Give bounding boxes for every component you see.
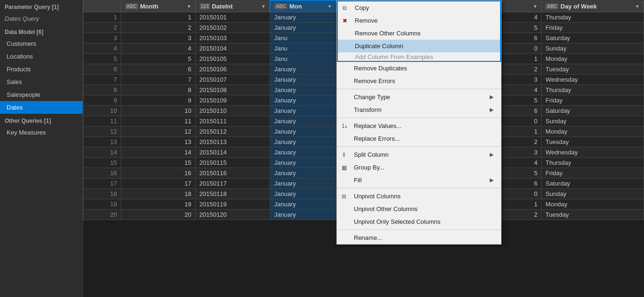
cell-col1: 14 [121, 147, 196, 158]
cell-rownum: 14 [84, 147, 121, 158]
context-menu-item-remove[interactable]: ✖Remove [338, 14, 500, 27]
sidebar-item-dates[interactable]: Dates [0, 101, 83, 114]
main-area: ABCMonth▼123DateInt▼ABCMon▼ABCQuarter & … [83, 0, 644, 297]
context-menu-separator [337, 118, 501, 118]
context-menu-item-label: Rename... [354, 234, 382, 241]
cell-rownum: 13 [84, 137, 121, 147]
filter-btn-day-of-week[interactable]: ▼ [635, 4, 640, 9]
context-menu-item-label: Remove Errors [354, 77, 395, 85]
cell-col2: 20150105 [195, 54, 270, 64]
context-menu-item-rename[interactable]: Rename... [337, 231, 501, 244]
cell-col1: 2 [121, 23, 196, 33]
context-menu-item-unpivot-selected[interactable]: Unpivot Only Selected Columns [337, 215, 501, 228]
cell-col3: January [270, 12, 336, 23]
cell-col1: 1 [121, 12, 196, 23]
context-menu-item-label: Remove Duplicates [354, 65, 407, 72]
cell-col2: 20150117 [195, 178, 270, 189]
cell-col2: 20150114 [195, 147, 270, 158]
cell-col6: Thursday [542, 158, 644, 168]
cell-col3: January [270, 106, 336, 116]
copy-icon: ⧉ [343, 5, 347, 11]
cell-col2: 20150102 [195, 23, 270, 33]
sidebar-section-header: Other Queries [1] [0, 114, 83, 126]
sidebar: Parameter Query [1]Dates QueryData Model… [0, 0, 83, 297]
cell-col2: 20150110 [195, 106, 270, 116]
cell-rownum: 10 [84, 106, 121, 116]
cell-col3: January [270, 75, 336, 85]
cell-col1: 7 [121, 75, 196, 85]
context-menu-item-add-col[interactable]: Add Column From Examples [338, 52, 500, 61]
cell-col6: Friday [542, 23, 644, 33]
context-menu-item-label: Fill [354, 177, 362, 184]
cell-rownum: 17 [84, 178, 121, 189]
context-menu-item-unpivot-columns[interactable]: ⊞Unpivot Columns [337, 190, 501, 203]
sidebar-item-locations[interactable]: Locations [0, 50, 83, 63]
context-menu-item-unpivot-other[interactable]: Unpivot Other Columns [337, 203, 501, 215]
cell-col6: Saturday [542, 178, 644, 189]
context-menu-item-split-column[interactable]: ⇕Split Column▶ [337, 148, 501, 161]
context-menu-item-transform[interactable]: Transform▶ [337, 103, 501, 116]
sidebar-item-customers[interactable]: Customers [0, 37, 83, 50]
cell-rownum: 4 [84, 43, 121, 54]
context-menu-item-copy[interactable]: ⧉Copy [338, 1, 500, 14]
cell-col3: January [270, 199, 336, 210]
filter-btn-month[interactable]: ▼ [187, 4, 192, 9]
submenu-arrow-icon: ▶ [490, 177, 493, 183]
cell-col1: 16 [121, 168, 196, 178]
context-menu-item-duplicate[interactable]: Duplicate Column [338, 40, 500, 52]
context-menu-item-remove-other[interactable]: Remove Other Columns [338, 27, 500, 40]
cell-col2: 20150106 [195, 64, 270, 75]
col-header-mon[interactable]: ABCMon▼ [270, 0, 336, 12]
cell-col1: 8 [121, 85, 196, 95]
cell-col3: January [270, 210, 336, 220]
context-menu-item-replace-errors[interactable]: Replace Errors... [337, 132, 501, 145]
col-header-month[interactable]: ABCMonth▼ [121, 0, 196, 12]
context-menu-item-fill[interactable]: Fill▶ [337, 174, 501, 187]
sidebar-item-salespeople[interactable]: Salespeople [0, 88, 83, 101]
sidebar-item-products[interactable]: Products [0, 63, 83, 76]
cell-col3: January [270, 147, 336, 158]
filter-btn-dayinweek[interactable]: ▼ [533, 4, 537, 9]
sidebar-item-sales[interactable]: Sales [0, 76, 83, 88]
cell-col3: January [270, 137, 336, 147]
cell-col6: Monday [542, 127, 644, 137]
context-menu-item-remove-errors[interactable]: Remove Errors [337, 75, 501, 87]
col-header-dateint[interactable]: 123DateInt▼ [195, 0, 270, 12]
cell-col6: Sunday [542, 189, 644, 199]
submenu-arrow-icon: ▶ [490, 94, 493, 100]
cell-rownum: 1 [84, 12, 121, 23]
cell-col1: 11 [121, 116, 196, 127]
cell-rownum: 15 [84, 158, 121, 168]
context-menu-item-label: Add Column From Examples [355, 53, 433, 60]
context-menu-item-change-type[interactable]: Change Type▶ [337, 91, 501, 103]
sidebar-item-key-measures[interactable]: Key Measures [0, 126, 83, 139]
context-menu-item-remove-dups[interactable]: Remove Duplicates [337, 62, 501, 75]
col-header-rownum [84, 0, 121, 12]
context-menu-item-label: Remove Other Columns [355, 30, 420, 37]
cell-col2: 20150109 [195, 95, 270, 106]
cell-col3: Janu [270, 54, 336, 64]
cell-col1: 10 [121, 106, 196, 116]
cell-col3: January [270, 116, 336, 127]
cell-col1: 15 [121, 158, 196, 168]
cell-rownum: 3 [84, 33, 121, 43]
cell-col6: Sunday [542, 116, 644, 127]
cell-col2: 20150119 [195, 199, 270, 210]
context-menu-item-replace-values[interactable]: 1₂Replace Values... [337, 119, 501, 132]
context-menu-item-group-by[interactable]: ▦Group By... [337, 161, 501, 174]
cell-rownum: 12 [84, 127, 121, 137]
cell-col1: 17 [121, 178, 196, 189]
context-menu-item-label: Transform [354, 106, 382, 113]
remove-icon: ✖ [343, 17, 347, 24]
cell-rownum: 9 [84, 95, 121, 106]
context-menu-separator [337, 146, 501, 147]
cell-col2: 20150103 [195, 33, 270, 43]
col-header-day-of-week[interactable]: ABCDay of Week▼ [542, 0, 644, 12]
context-menu-item-label: Change Type [354, 93, 390, 101]
cell-col6: Tuesday [542, 64, 644, 75]
sidebar-item-dates-query[interactable]: Dates Query [0, 12, 83, 25]
filter-btn-dateint[interactable]: ▼ [261, 4, 266, 9]
cell-col3: January [270, 85, 336, 95]
filter-btn-mon[interactable]: ▼ [327, 4, 332, 9]
cell-col1: 18 [121, 189, 196, 199]
